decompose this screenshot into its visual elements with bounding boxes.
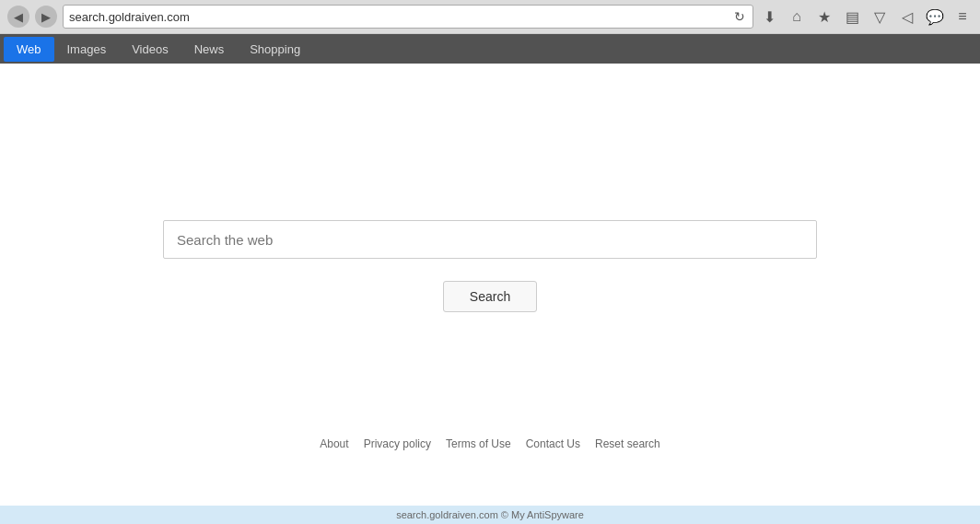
- forward-button[interactable]: ▶: [35, 6, 57, 28]
- tab-shopping[interactable]: Shopping: [237, 37, 313, 62]
- footer-link-terms[interactable]: Terms of Use: [446, 437, 511, 450]
- download-icon[interactable]: ⬇: [759, 6, 779, 27]
- toolbar-icons: ⬇ ⌂ ★ ▤ ▽ ◁ 💬 ≡: [759, 6, 973, 27]
- footer-link-about[interactable]: About: [320, 437, 348, 450]
- chat-icon[interactable]: 💬: [925, 6, 945, 27]
- address-bar-wrap: ↻: [63, 5, 753, 29]
- tab-videos[interactable]: Videos: [119, 37, 181, 62]
- nav-tabs: Web Images Videos News Shopping: [0, 34, 980, 64]
- search-area: Search: [163, 220, 817, 312]
- bookmark-icon[interactable]: ★: [814, 6, 834, 27]
- browser-chrome: ◀ ▶ ↻ ⬇ ⌂ ★ ▤ ▽ ◁ 💬 ≡: [0, 0, 980, 34]
- home-icon[interactable]: ⌂: [787, 6, 807, 27]
- page-content: Search About Privacy policy Terms of Use…: [0, 64, 980, 506]
- back-button[interactable]: ◀: [7, 6, 29, 28]
- tab-web[interactable]: Web: [4, 37, 54, 62]
- tab-images[interactable]: Images: [54, 37, 120, 62]
- menu-icon[interactable]: ≡: [952, 6, 973, 27]
- refresh-button[interactable]: ↻: [732, 9, 747, 24]
- search-input[interactable]: [163, 220, 817, 259]
- footer-link-privacy[interactable]: Privacy policy: [364, 437, 431, 450]
- footer-link-reset[interactable]: Reset search: [595, 437, 660, 450]
- tab-news[interactable]: News: [181, 37, 238, 62]
- search-button[interactable]: Search: [443, 281, 537, 312]
- address-bar[interactable]: [69, 10, 732, 24]
- bottom-bar-text: search.goldraiven.com © My AntiSpyware: [396, 509, 584, 520]
- pocket-icon[interactable]: ▽: [869, 6, 890, 27]
- reader-icon[interactable]: ▤: [842, 6, 862, 27]
- footer-links: About Privacy policy Terms of Use Contac…: [320, 437, 659, 450]
- toolbar: ◀ ▶ ↻ ⬇ ⌂ ★ ▤ ▽ ◁ 💬 ≡: [0, 0, 980, 33]
- send-icon[interactable]: ◁: [897, 6, 917, 27]
- bottom-bar: search.goldraiven.com © My AntiSpyware: [0, 506, 980, 524]
- footer-link-contact[interactable]: Contact Us: [526, 437, 580, 450]
